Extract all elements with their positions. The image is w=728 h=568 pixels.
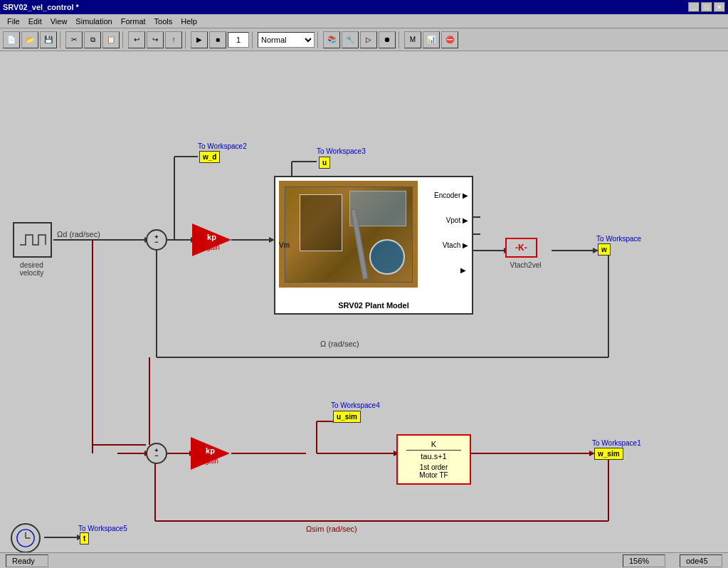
w-sim-ws-label: To Workspace1 (592, 439, 641, 447)
sep2 (122, 31, 125, 48)
titlebar: SRV02_vel_control * _ □ × (0, 0, 728, 14)
sep5 (317, 31, 320, 48)
sep1 (60, 31, 63, 48)
redo-button[interactable]: ↪ (147, 31, 164, 48)
plant-title: SRV02 Plant Model (275, 301, 472, 310)
zoom-level: 156% (623, 554, 665, 567)
menu-help[interactable]: Help (176, 16, 201, 27)
w-sim-workspace-block[interactable]: w_sim (594, 448, 623, 460)
u-sim-workspace-block[interactable]: u_sim (333, 411, 361, 423)
plant-vm-label: Vm (279, 241, 290, 249)
sep4 (252, 31, 255, 48)
menu-simulation[interactable]: Simulation (71, 16, 116, 27)
u-ws-label: To Workspace3 (317, 147, 366, 155)
u-workspace-block[interactable]: u (319, 157, 330, 169)
copy-button[interactable]: ⧉ (84, 31, 101, 48)
save-button[interactable]: 💾 (40, 31, 57, 48)
maximize-button[interactable]: □ (701, 2, 712, 12)
menu-edit[interactable]: Edit (24, 16, 46, 27)
solver-name: ode45 (680, 554, 722, 567)
sep6 (399, 31, 401, 48)
mode-select[interactable]: Normal Accelerator (258, 32, 315, 48)
svg-line-26 (53, 240, 117, 453)
menu-view[interactable]: View (46, 16, 72, 27)
t-ws-label: To Workspace5 (78, 525, 127, 532)
plant-vpot-label: Vpot ▶ (446, 216, 468, 224)
open-button[interactable]: 📂 (21, 31, 38, 48)
title-text: SRV02_vel_control * (3, 3, 79, 11)
motor-tf-block[interactable]: K tau.s+1 1st orderMotor TF (396, 434, 471, 485)
matlab-button[interactable]: M (404, 31, 421, 48)
statusbar: Ready 156% ode45 (0, 552, 728, 568)
plant-vtach-label: Vtach ▶ (443, 241, 468, 249)
desired-velocity-label: desiredvelocity (9, 261, 55, 277)
minimize-button[interactable]: _ (688, 2, 700, 12)
model-button[interactable]: 🔧 (342, 31, 359, 48)
w-workspace-block[interactable]: w (598, 243, 611, 256)
paste-button[interactable]: 📋 (102, 31, 120, 48)
omega-sim-label: Ωsim (rad/sec) (306, 525, 357, 533)
pgain2-block[interactable]: kp (191, 437, 230, 470)
undo-button[interactable]: ↩ (128, 31, 145, 48)
pgain1-label: P-gain (199, 243, 220, 251)
plant-encoder-label: Encoder ▶ (434, 191, 468, 199)
stop-button[interactable]: ■ (209, 31, 226, 48)
toolbar: 📄 📂 💾 ✂ ⧉ 📋 ↩ ↪ ↑ ▶ ■ Normal Accelerator… (0, 28, 728, 51)
run-button[interactable]: ▶ (191, 31, 208, 48)
close-button[interactable]: × (714, 2, 725, 12)
motor-tf-label: 1st orderMotor TF (406, 463, 461, 479)
menu-file[interactable]: File (3, 16, 24, 27)
scope-button[interactable]: 📊 (423, 31, 440, 48)
vtach2vel-block[interactable]: -K- (505, 238, 537, 258)
new-button[interactable]: 📄 (3, 31, 20, 48)
status-text: Ready (6, 554, 48, 567)
pgain1-block[interactable]: kp (192, 223, 231, 256)
plant-extra-label: ▶ (460, 266, 466, 274)
omega-d-label: Ωd (rad/sec) (57, 230, 100, 238)
clock-block[interactable] (11, 523, 41, 552)
u-sim-ws-label: To Workspace4 (331, 401, 380, 409)
wd-ws-label: To Workspace2 (198, 142, 247, 150)
t-workspace-block[interactable]: t (80, 532, 89, 545)
main-canvas: desiredvelocity Ωd (rad/sec) +− kp P-gai… (0, 51, 728, 552)
plant-model-block[interactable]: Encoder ▶ Vpot ▶ Vtach ▶ ▶ Vm SRV02 Plan… (274, 176, 473, 315)
titlebar-controls[interactable]: _ □ × (688, 2, 725, 12)
sum1-block[interactable]: +− (146, 229, 167, 251)
sum2-block[interactable]: +− (146, 443, 167, 464)
desired-velocity-block[interactable] (13, 222, 52, 258)
sep3 (185, 31, 188, 48)
menubar: File Edit View Simulation Format Tools H… (0, 14, 728, 28)
motor-tf-num: K (406, 440, 461, 451)
vtach2vel-label: Vtach2vel (502, 261, 549, 269)
cut-button[interactable]: ✂ (65, 31, 83, 48)
w-ws-label: To Workspace (596, 235, 641, 243)
lib-button[interactable]: 📚 (323, 31, 340, 48)
stop2-button[interactable]: ⛔ (441, 31, 458, 48)
sim2-button[interactable]: ▷ (360, 31, 377, 48)
menu-format[interactable]: Format (117, 16, 150, 27)
sim-time-input[interactable] (228, 32, 249, 48)
up-button[interactable]: ↑ (165, 31, 182, 48)
record-button[interactable]: ⏺ (379, 31, 396, 48)
menu-tools[interactable]: Tools (150, 16, 177, 27)
wd-workspace-block[interactable]: w_d (199, 151, 220, 163)
pgain2-label: P-gain (198, 457, 218, 465)
motor-tf-den: tau.s+1 (406, 452, 461, 461)
omega-label: Ω (rad/sec) (320, 340, 359, 348)
